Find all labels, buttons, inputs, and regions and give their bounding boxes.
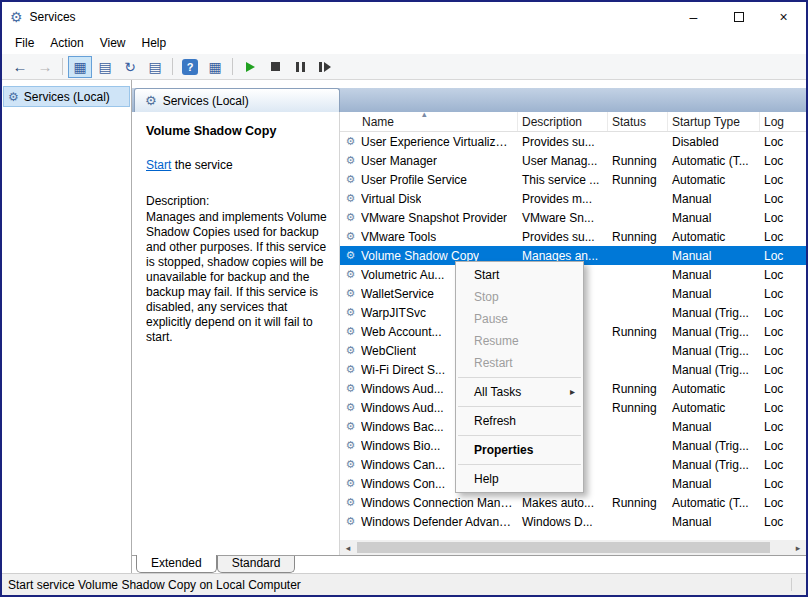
column-header-name[interactable]: ▴ Name bbox=[340, 112, 518, 131]
list-column-headers: ▴ Name Description Status Startup Type L… bbox=[340, 112, 806, 132]
table-row[interactable]: ⚙ VMware Snapshot Provider VMware Sn... … bbox=[340, 208, 806, 227]
cell-status: Running bbox=[608, 325, 668, 339]
service-name: User Profile Service bbox=[361, 173, 467, 187]
minimize-button[interactable]: – bbox=[671, 2, 716, 32]
cell-description: Provides m... bbox=[518, 192, 608, 206]
cell-log-on-as: Loc bbox=[760, 477, 806, 491]
toolbar-separator bbox=[172, 58, 173, 75]
restart-service-icon[interactable] bbox=[313, 56, 337, 78]
service-gear-icon: ⚙ bbox=[344, 192, 357, 205]
extended-view-icon[interactable]: ▦ bbox=[203, 56, 227, 78]
column-header-log-on-as[interactable]: Log bbox=[760, 112, 806, 131]
menu-view[interactable]: View bbox=[92, 34, 134, 52]
maximize-button[interactable] bbox=[716, 2, 761, 32]
cell-startup-type: Manual bbox=[668, 420, 760, 434]
start-service-link[interactable]: Start bbox=[146, 158, 171, 172]
refresh-icon[interactable]: ↻ bbox=[118, 56, 142, 78]
service-name: VMware Snapshot Provider bbox=[361, 211, 507, 225]
table-row[interactable]: ⚙ User Manager User Manag... Running Aut… bbox=[340, 151, 806, 170]
column-header-description[interactable]: Description bbox=[518, 112, 608, 131]
service-gear-icon: ⚙ bbox=[344, 268, 357, 281]
cell-log-on-as: Loc bbox=[760, 211, 806, 225]
tab-standard[interactable]: Standard bbox=[217, 556, 296, 573]
status-text: Start service Volume Shadow Copy on Loca… bbox=[8, 578, 301, 592]
all-tasks-label: All Tasks bbox=[474, 385, 521, 399]
maximize-icon bbox=[734, 12, 744, 22]
menu-action[interactable]: Action bbox=[42, 34, 91, 52]
menu-bar: File Action View Help bbox=[2, 32, 806, 54]
header-strip-tab: ⚙ Services (Local) bbox=[134, 88, 340, 112]
cell-name: ⚙ User Experience Virtualizatio... bbox=[340, 135, 518, 149]
close-button[interactable]: × bbox=[761, 2, 806, 32]
scrollbar-track[interactable] bbox=[356, 540, 790, 555]
window-controls: – × bbox=[671, 2, 806, 32]
scrollbar-thumb[interactable] bbox=[357, 542, 770, 553]
stop-service-icon[interactable] bbox=[263, 56, 287, 78]
service-gear-icon: ⚙ bbox=[344, 249, 357, 262]
table-row[interactable]: ⚙ Virtual Disk Provides m... Manual Loc bbox=[340, 189, 806, 208]
back-icon[interactable]: ← bbox=[8, 56, 32, 78]
table-row[interactable]: ⚙ Windows Defender Advanc... Windows D..… bbox=[340, 512, 806, 531]
cell-startup-type: Manual (Trig... bbox=[668, 458, 760, 472]
cell-status: Running bbox=[608, 382, 668, 396]
title-bar: ⚙ Services – × bbox=[2, 2, 806, 32]
properties-list-icon[interactable]: ▤ bbox=[93, 56, 117, 78]
cell-description: This service ... bbox=[518, 173, 608, 187]
scroll-left-icon[interactable]: ◂ bbox=[340, 540, 356, 555]
tab-extended[interactable]: Extended bbox=[136, 555, 217, 573]
console-tree-icon[interactable]: ▦ bbox=[68, 56, 92, 78]
cell-log-on-as: Loc bbox=[760, 287, 806, 301]
service-name: Windows Bio... bbox=[361, 439, 440, 453]
service-gear-icon: ⚙ bbox=[344, 439, 357, 452]
context-menu-item-resume: Resume bbox=[456, 330, 583, 352]
services-node-icon: ⚙ bbox=[8, 90, 19, 104]
service-name: Volumetric Au... bbox=[361, 268, 444, 282]
table-row[interactable]: ⚙ VMware Tools Provides su... Running Au… bbox=[340, 227, 806, 246]
cell-startup-type: Manual bbox=[668, 515, 760, 529]
cell-startup-type: Manual (Trig... bbox=[668, 325, 760, 339]
context-menu-item-all-tasks[interactable]: All Tasks ▸ bbox=[456, 381, 583, 403]
column-header-status[interactable]: Status bbox=[608, 112, 668, 131]
service-name: Windows Con... bbox=[361, 477, 445, 491]
column-header-startup-type[interactable]: Startup Type bbox=[668, 112, 760, 131]
menu-file[interactable]: File bbox=[7, 34, 42, 52]
table-row[interactable]: ⚙ Windows Connection Mana... Makes auto.… bbox=[340, 493, 806, 512]
context-menu-item-start[interactable]: Start bbox=[456, 264, 583, 286]
service-name: Windows Bac... bbox=[361, 420, 444, 434]
service-name: WalletService bbox=[361, 287, 434, 301]
tree-item-services-local[interactable]: ⚙ Services (Local) bbox=[3, 86, 130, 107]
service-gear-icon: ⚙ bbox=[344, 515, 357, 528]
context-menu-item-refresh[interactable]: Refresh bbox=[456, 410, 583, 432]
cell-startup-type: Manual bbox=[668, 192, 760, 206]
cell-startup-type: Manual bbox=[668, 268, 760, 282]
context-menu-item-properties[interactable]: Properties bbox=[456, 439, 583, 461]
cell-name: ⚙ VMware Snapshot Provider bbox=[340, 211, 518, 225]
service-gear-icon: ⚙ bbox=[344, 287, 357, 300]
table-row[interactable]: ⚙ User Experience Virtualizatio... Provi… bbox=[340, 132, 806, 151]
service-name: Windows Defender Advanc... bbox=[361, 515, 514, 529]
cell-log-on-as: Loc bbox=[760, 135, 806, 149]
service-gear-icon: ⚙ bbox=[344, 154, 357, 167]
pause-service-icon[interactable] bbox=[288, 56, 312, 78]
help-icon[interactable]: ? bbox=[178, 56, 202, 78]
console-tree-panel: ⚙ Services (Local) bbox=[2, 80, 132, 573]
horizontal-scrollbar[interactable]: ◂ ▸ bbox=[340, 540, 806, 555]
cell-startup-type: Automatic bbox=[668, 173, 760, 187]
table-row[interactable]: ⚙ User Profile Service This service ... … bbox=[340, 170, 806, 189]
service-name: User Manager bbox=[361, 154, 437, 168]
start-service-icon[interactable] bbox=[238, 56, 262, 78]
cell-log-on-as: Loc bbox=[760, 306, 806, 320]
export-list-icon[interactable]: ▤ bbox=[143, 56, 167, 78]
cell-startup-type: Automatic bbox=[668, 230, 760, 244]
context-menu-item-help[interactable]: Help bbox=[456, 468, 583, 490]
menu-separator bbox=[458, 377, 581, 378]
service-gear-icon: ⚙ bbox=[344, 420, 357, 433]
scroll-right-icon[interactable]: ▸ bbox=[790, 540, 806, 555]
cell-startup-type: Manual bbox=[668, 287, 760, 301]
cell-status: Running bbox=[608, 173, 668, 187]
cell-log-on-as: Loc bbox=[760, 173, 806, 187]
cell-log-on-as: Loc bbox=[760, 268, 806, 282]
menu-separator bbox=[458, 464, 581, 465]
menu-help[interactable]: Help bbox=[134, 34, 175, 52]
context-menu-item-pause: Pause bbox=[456, 308, 583, 330]
